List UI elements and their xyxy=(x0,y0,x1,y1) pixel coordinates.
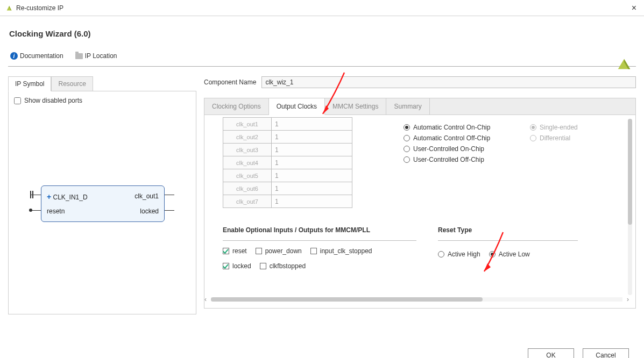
check-label: input_clk_stopped xyxy=(320,247,372,255)
tab-mmcm-settings[interactable]: MMCM Settings xyxy=(325,98,386,114)
show-disabled-ports-checkbox[interactable]: Show disabled ports xyxy=(14,97,190,104)
documentation-link[interactable]: i Documentation xyxy=(10,52,63,60)
radio-icon xyxy=(404,146,410,152)
folder-icon xyxy=(75,53,83,59)
tab-clocking-options[interactable]: Clocking Options xyxy=(204,98,269,114)
radio-single-ended: Single-ended xyxy=(530,124,621,131)
table-row: clk_out41 xyxy=(223,156,352,169)
wire xyxy=(31,210,41,211)
cell-clk-val[interactable]: 1 xyxy=(272,131,352,143)
wire xyxy=(165,210,174,211)
port-resetn-label: resetn xyxy=(47,207,65,215)
port-clk-out: clk_out1 xyxy=(135,192,159,200)
ip-symbol-panel: Show disabled ports + CLK_IN1_D resetn c… xyxy=(8,91,196,314)
cell-clk-val[interactable]: 1 xyxy=(272,196,352,207)
documentation-label: Documentation xyxy=(20,52,63,60)
radio-label: Differential xyxy=(540,134,570,142)
check-input-clk-stopped[interactable]: input_clk_stopped xyxy=(310,247,372,255)
title-bar: Re-customize IP × xyxy=(0,0,644,16)
tab-output-clocks[interactable]: Output Clocks xyxy=(269,98,325,115)
checkbox-icon xyxy=(223,263,229,269)
scroll-left-icon[interactable]: ‹ xyxy=(204,296,207,303)
check-locked[interactable]: locked xyxy=(223,262,251,270)
radio-active-low[interactable]: Active Low xyxy=(489,250,530,258)
cell-clk-name: clk_out7 xyxy=(223,195,272,208)
check-reset[interactable]: reset xyxy=(223,247,247,255)
scrollbar-thumb[interactable] xyxy=(211,297,483,302)
cell-clk-name: clk_out1 xyxy=(223,118,272,131)
tab-resource[interactable]: Resource xyxy=(51,76,93,91)
radio-icon xyxy=(530,135,536,141)
divider xyxy=(438,240,578,241)
vendor-logo-icon xyxy=(616,56,632,72)
radio-differential: Differential xyxy=(530,134,621,142)
radio-icon xyxy=(404,156,410,163)
app-icon xyxy=(5,4,13,12)
table-row: clk_out71 xyxy=(223,195,352,208)
radio-user-off-chip[interactable]: User-Controlled Off-Chip xyxy=(404,156,527,163)
clock-output-table: clk_out11 clk_out21 clk_out31 clk_out41 … xyxy=(223,117,352,208)
check-power-down[interactable]: power_down xyxy=(256,247,302,255)
check-label: reset xyxy=(232,247,247,255)
radio-active-high[interactable]: Active High xyxy=(438,250,480,258)
cell-clk-val[interactable]: 1 xyxy=(272,183,352,195)
radio-label: User-Controlled Off-Chip xyxy=(413,156,484,163)
radio-auto-on-chip[interactable]: Automatic Control On-Chip xyxy=(404,124,527,131)
cell-clk-name: clk_out3 xyxy=(223,144,272,156)
cell-clk-name: clk_out6 xyxy=(223,182,272,195)
table-row: clk_out51 xyxy=(223,169,352,182)
radio-icon xyxy=(404,135,410,141)
show-disabled-ports-input[interactable] xyxy=(14,97,21,104)
port-clk-out-label: clk_out1 xyxy=(135,192,159,200)
enable-section-title: Enable Optional Inputs / Outputs for MMC… xyxy=(223,226,416,234)
radio-auto-off-chip[interactable]: Automatic Control Off-Chip xyxy=(404,134,527,142)
scrollbar-thumb[interactable] xyxy=(628,119,632,225)
tab-summary[interactable]: Summary xyxy=(386,98,429,114)
check-label: clkfbstopped xyxy=(270,262,306,270)
vertical-scrollbar[interactable] xyxy=(628,119,632,295)
check-clkfbstopped[interactable]: clkfbstopped xyxy=(260,262,306,270)
component-name-label: Component Name xyxy=(204,78,256,86)
table-row: clk_out21 xyxy=(223,131,352,144)
component-name-input[interactable] xyxy=(261,76,636,88)
ok-button[interactable]: OK xyxy=(528,348,574,358)
port-resetn: resetn xyxy=(47,207,65,215)
cell-clk-val[interactable]: 1 xyxy=(272,170,352,182)
cell-clk-name: clk_out4 xyxy=(223,156,272,169)
horizontal-scrollbar[interactable]: ‹ › xyxy=(211,297,622,305)
close-icon[interactable]: × xyxy=(632,3,636,13)
checkbox-icon xyxy=(310,248,317,254)
wire xyxy=(32,191,33,198)
window-title: Re-customize IP xyxy=(16,4,63,12)
wire xyxy=(30,191,31,198)
radio-label: Active Low xyxy=(499,250,530,258)
cell-clk-val[interactable]: 1 xyxy=(272,118,352,130)
expand-icon[interactable]: + xyxy=(47,192,51,201)
radio-label: Active High xyxy=(448,250,480,258)
ip-location-link[interactable]: IP Location xyxy=(75,52,117,60)
checkbox-icon xyxy=(256,248,262,254)
table-row: clk_out11 xyxy=(223,118,352,131)
cell-clk-val[interactable]: 1 xyxy=(272,144,352,156)
check-label: power_down xyxy=(265,247,302,255)
table-row: clk_out61 xyxy=(223,182,352,195)
radio-label: Automatic Control On-Chip xyxy=(413,124,490,131)
radio-label: Single-ended xyxy=(540,124,578,131)
info-icon: i xyxy=(10,52,18,60)
cancel-button[interactable]: Cancel xyxy=(583,348,629,358)
cell-clk-val[interactable]: 1 xyxy=(272,157,352,169)
tab-ip-symbol[interactable]: IP Symbol xyxy=(8,76,51,91)
wire xyxy=(165,195,174,195)
ip-symbol-block: + CLK_IN1_D resetn clk_out1 locked xyxy=(41,185,165,222)
port-locked: locked xyxy=(140,207,159,215)
ip-location-label: IP Location xyxy=(85,52,117,60)
radio-icon xyxy=(404,124,410,131)
reset-type-title: Reset Type xyxy=(438,226,578,234)
radio-user-on-chip[interactable]: User-Controlled On-Chip xyxy=(404,145,527,153)
radio-icon xyxy=(438,251,444,257)
show-disabled-ports-label: Show disabled ports xyxy=(24,97,82,104)
checkbox-icon xyxy=(223,248,229,254)
checkbox-icon xyxy=(260,263,266,269)
scroll-right-icon[interactable]: › xyxy=(627,296,629,303)
cell-clk-name: clk_out2 xyxy=(223,131,272,144)
